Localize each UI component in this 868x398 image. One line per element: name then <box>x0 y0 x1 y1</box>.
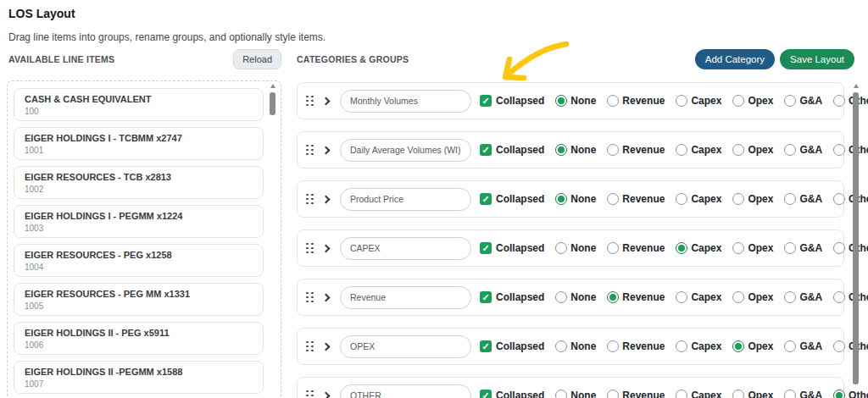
style-radio-option[interactable]: Opex <box>732 242 773 254</box>
radio-button-icon[interactable] <box>784 144 796 156</box>
radio-button-icon[interactable] <box>784 390 796 398</box>
collapsed-toggle[interactable]: ✓ Collapsed <box>480 95 544 107</box>
chevron-right-icon[interactable] <box>322 293 331 301</box>
group-name-input[interactable] <box>340 188 471 211</box>
style-radio-option[interactable]: None <box>555 390 596 398</box>
drag-handle-icon[interactable] <box>306 145 314 156</box>
radio-button-icon[interactable] <box>676 95 687 107</box>
line-item-card[interactable]: EIGER HOLDINGS I - PEGMM x1224 1003 <box>14 205 264 238</box>
style-radio-option[interactable]: Other <box>833 95 868 107</box>
style-radio-option[interactable]: Other <box>833 242 868 254</box>
drag-handle-icon[interactable] <box>306 390 314 398</box>
style-radio-option[interactable]: Other <box>833 144 868 156</box>
chevron-right-icon[interactable] <box>322 244 331 252</box>
line-item-card[interactable]: EIGER RESOURCES - PEG MM x1331 1005 <box>14 283 264 316</box>
group-name-input[interactable] <box>340 286 471 309</box>
radio-button-icon[interactable] <box>833 242 845 254</box>
style-radio-option[interactable]: G&A <box>784 242 822 254</box>
line-item-card[interactable]: EIGER HOLDINGS II - PEG x5911 1006 <box>14 322 264 355</box>
radio-button-icon[interactable] <box>607 193 619 205</box>
radio-button-icon[interactable] <box>555 242 567 254</box>
line-item-card[interactable]: EIGER RESOURCES - PEG x1258 1004 <box>14 244 264 277</box>
scrollbar-thumb[interactable] <box>853 92 859 384</box>
collapsed-toggle[interactable]: ✓ Collapsed <box>480 340 544 352</box>
style-radio-option[interactable]: Capex <box>676 144 721 156</box>
style-radio-option[interactable]: Opex <box>732 95 773 107</box>
radio-button-icon[interactable] <box>732 144 744 156</box>
style-radio-option[interactable]: Opex <box>732 144 773 156</box>
style-radio-option[interactable]: Opex <box>732 390 773 398</box>
style-radio-option[interactable]: None <box>555 340 596 352</box>
collapsed-toggle[interactable]: ✓ Collapsed <box>480 193 544 205</box>
collapsed-checkbox[interactable]: ✓ <box>480 144 492 156</box>
chevron-right-icon[interactable] <box>322 342 331 351</box>
radio-button-icon[interactable] <box>784 242 796 254</box>
style-radio-option[interactable]: G&A <box>784 193 822 205</box>
style-radio-option[interactable]: Revenue <box>607 291 665 303</box>
radio-button-icon[interactable] <box>607 144 619 156</box>
line-item-card[interactable]: EIGER HOLDINGS I - TCBMM x2747 1001 <box>14 127 264 160</box>
drag-handle-icon[interactable] <box>306 341 314 352</box>
radio-button-icon[interactable] <box>676 144 687 156</box>
radio-button-icon[interactable] <box>607 390 619 398</box>
collapsed-checkbox[interactable]: ✓ <box>480 340 492 352</box>
collapsed-toggle[interactable]: ✓ Collapsed <box>480 242 544 254</box>
group-name-input[interactable] <box>340 139 471 162</box>
add-category-button[interactable]: Add Category <box>695 49 775 69</box>
style-radio-option[interactable]: None <box>555 193 596 205</box>
groups-panel-scrollbar[interactable] <box>852 82 860 398</box>
group-name-input[interactable] <box>340 384 471 398</box>
radio-button-icon[interactable] <box>732 340 744 352</box>
collapsed-checkbox[interactable]: ✓ <box>480 291 492 303</box>
style-radio-option[interactable]: Opex <box>732 291 773 303</box>
radio-button-icon[interactable] <box>555 390 567 398</box>
chevron-right-icon[interactable] <box>322 195 331 203</box>
group-name-input[interactable] <box>340 237 471 260</box>
line-item-card[interactable]: CASH & CASH EQUIVALENT 100 <box>14 88 264 121</box>
radio-button-icon[interactable] <box>676 390 687 398</box>
radio-button-icon[interactable] <box>607 95 619 107</box>
radio-button-icon[interactable] <box>732 242 744 254</box>
radio-button-icon[interactable] <box>676 291 687 303</box>
style-radio-option[interactable]: Opex <box>732 340 773 352</box>
collapsed-toggle[interactable]: ✓ Collapsed <box>480 144 544 156</box>
style-radio-option[interactable]: Revenue <box>607 193 665 205</box>
reload-button[interactable]: Reload <box>233 49 281 69</box>
style-radio-option[interactable]: None <box>555 291 596 303</box>
radio-button-icon[interactable] <box>676 340 687 352</box>
collapsed-checkbox[interactable]: ✓ <box>480 95 492 107</box>
radio-button-icon[interactable] <box>784 95 796 107</box>
available-panel-scrollbar[interactable] <box>269 82 276 398</box>
style-radio-option[interactable]: Capex <box>676 390 721 398</box>
chevron-right-icon[interactable] <box>322 391 331 398</box>
group-name-input[interactable] <box>340 335 471 358</box>
drag-handle-icon[interactable] <box>306 292 314 303</box>
style-radio-option[interactable]: Revenue <box>607 340 665 352</box>
style-radio-option[interactable]: G&A <box>784 291 822 303</box>
radio-button-icon[interactable] <box>732 291 744 303</box>
style-radio-option[interactable]: Other <box>833 340 868 352</box>
style-radio-option[interactable]: G&A <box>784 144 822 156</box>
radio-button-icon[interactable] <box>607 242 619 254</box>
radio-button-icon[interactable] <box>555 193 567 205</box>
radio-button-icon[interactable] <box>732 390 744 398</box>
radio-button-icon[interactable] <box>555 291 567 303</box>
style-radio-option[interactable]: Other <box>833 193 868 205</box>
chevron-right-icon[interactable] <box>322 97 331 105</box>
style-radio-option[interactable]: Other <box>833 291 868 303</box>
radio-button-icon[interactable] <box>676 193 687 205</box>
style-radio-option[interactable]: G&A <box>784 390 822 398</box>
style-radio-option[interactable]: None <box>555 242 596 254</box>
style-radio-option[interactable]: G&A <box>784 340 822 352</box>
style-radio-option[interactable]: Other <box>833 390 868 398</box>
scroll-up-arrow-icon[interactable] <box>270 84 275 88</box>
style-radio-option[interactable]: Capex <box>676 340 721 352</box>
line-item-card[interactable]: EIGER HOLDINGS II -PEGMM x1588 1007 <box>14 361 264 394</box>
style-radio-option[interactable]: G&A <box>784 95 822 107</box>
scroll-up-arrow-icon[interactable] <box>854 84 859 88</box>
drag-handle-icon[interactable] <box>306 194 314 205</box>
style-radio-option[interactable]: Capex <box>676 193 721 205</box>
style-radio-option[interactable]: Revenue <box>607 95 665 107</box>
radio-button-icon[interactable] <box>555 340 567 352</box>
drag-handle-icon[interactable] <box>306 96 314 107</box>
